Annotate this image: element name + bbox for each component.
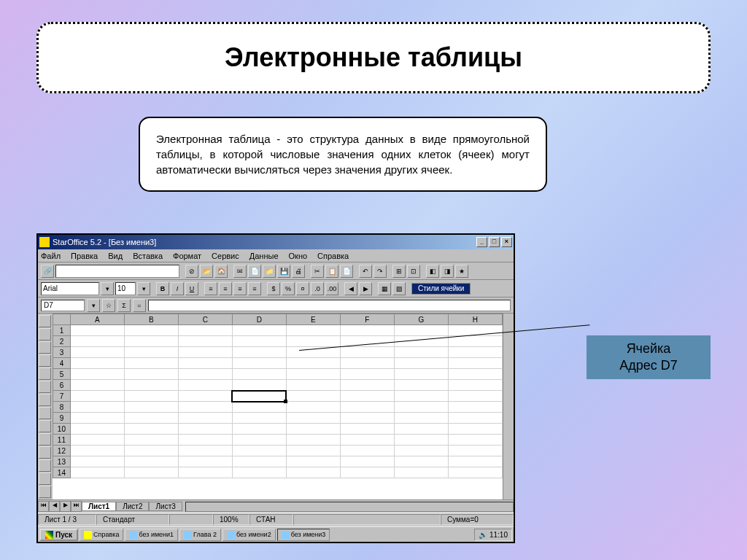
- tb-btn-4[interactable]: ✉: [233, 265, 247, 278]
- cell-styles-label[interactable]: Стили ячейки: [411, 283, 471, 295]
- task-doc4[interactable]: без имени3: [277, 529, 330, 541]
- col-header-D[interactable]: D: [232, 314, 286, 325]
- side-btn-13[interactable]: [39, 472, 51, 485]
- cell-reference[interactable]: D7: [41, 300, 85, 311]
- align-left-icon[interactable]: ≡: [204, 282, 217, 295]
- col-header-B[interactable]: B: [124, 314, 178, 325]
- row-header-10[interactable]: 10: [53, 424, 71, 435]
- system-tray[interactable]: 🔊11:10: [474, 529, 512, 541]
- menu-insert[interactable]: Вставка: [133, 252, 163, 260]
- side-btn-2[interactable]: [39, 328, 51, 341]
- side-btn-10[interactable]: [39, 433, 51, 446]
- align-center-icon[interactable]: ≡: [219, 282, 232, 295]
- tb-btn-5[interactable]: 📄: [248, 265, 261, 278]
- cut-icon[interactable]: ✂: [311, 265, 324, 278]
- close-button[interactable]: ×: [501, 237, 512, 247]
- vertical-scrollbar[interactable]: [503, 314, 514, 499]
- menu-help[interactable]: Справка: [317, 252, 349, 260]
- font-size-input[interactable]: [115, 282, 136, 295]
- side-btn-6[interactable]: [39, 381, 51, 393]
- side-btn-3[interactable]: [39, 341, 51, 354]
- row-header-5[interactable]: 5: [53, 369, 71, 380]
- print-icon[interactable]: 🖨: [292, 265, 305, 278]
- col-header-G[interactable]: G: [394, 314, 448, 325]
- italic-icon[interactable]: I: [171, 282, 184, 295]
- menu-format[interactable]: Формат: [173, 252, 201, 260]
- fill-icon[interactable]: ▨: [392, 282, 406, 295]
- tb-btn-16[interactable]: ◧: [426, 265, 439, 278]
- indent-dec-icon[interactable]: ◀: [344, 282, 357, 295]
- indent-inc-icon[interactable]: ▶: [359, 282, 372, 295]
- percent-icon[interactable]: %: [282, 282, 295, 295]
- fmt-btn-5[interactable]: .00: [325, 282, 338, 295]
- col-header-E[interactable]: E: [286, 314, 340, 325]
- border-icon[interactable]: ▦: [378, 282, 391, 295]
- row-header-13[interactable]: 13: [53, 456, 71, 467]
- fmt-btn-3[interactable]: ¤: [296, 282, 309, 295]
- horizontal-scrollbar[interactable]: [185, 502, 514, 512]
- task-doc3[interactable]: без имени2: [222, 529, 276, 541]
- row-header-14[interactable]: 14: [53, 467, 71, 478]
- menu-edit[interactable]: Правка: [71, 252, 98, 260]
- tab-nav-last[interactable]: ⏭: [71, 501, 82, 512]
- open-icon[interactable]: 📁: [263, 265, 276, 278]
- sheet-tab-1[interactable]: Лист1: [82, 502, 116, 511]
- side-btn-9[interactable]: [39, 420, 51, 432]
- home-icon[interactable]: 🏠: [214, 265, 228, 278]
- selected-cell-D7[interactable]: [232, 391, 286, 402]
- fmt-btn-4[interactable]: .0: [311, 282, 324, 295]
- side-btn-4[interactable]: [39, 354, 51, 367]
- row-header-12[interactable]: 12: [53, 446, 71, 456]
- task-doc1[interactable]: без имени1: [125, 529, 178, 541]
- row-header-3[interactable]: 3: [53, 347, 71, 358]
- tb-btn-15[interactable]: ⊡: [407, 265, 420, 278]
- menu-data[interactable]: Данные: [249, 252, 279, 260]
- menu-tools[interactable]: Сервис: [212, 252, 239, 260]
- maximize-button[interactable]: □: [489, 237, 500, 247]
- tb-btn-18[interactable]: ★: [455, 265, 468, 278]
- menu-view[interactable]: Вид: [108, 252, 123, 260]
- row-header-11[interactable]: 11: [53, 435, 71, 446]
- side-btn-14[interactable]: [39, 486, 51, 498]
- menu-file[interactable]: Файл: [41, 252, 61, 260]
- tab-nav-next[interactable]: ▶: [60, 501, 71, 512]
- col-header-C[interactable]: C: [178, 314, 232, 325]
- corner-cell[interactable]: [53, 314, 71, 325]
- sheet-tab-2[interactable]: Лист2: [116, 502, 149, 511]
- tab-nav-first[interactable]: ⏮: [38, 501, 49, 512]
- tb-btn-14[interactable]: ⊞: [392, 265, 406, 278]
- side-btn-8[interactable]: [39, 407, 51, 419]
- url-icon[interactable]: 🔗: [41, 265, 54, 278]
- equals-icon[interactable]: =: [133, 299, 146, 312]
- function-wizard-icon[interactable]: ☆: [102, 299, 115, 312]
- minimize-button[interactable]: _: [476, 237, 487, 247]
- row-header-4[interactable]: 4: [53, 358, 71, 369]
- tb-btn-2[interactable]: 📂: [200, 265, 213, 278]
- url-input[interactable]: [55, 265, 179, 278]
- sheet-tab-3[interactable]: Лист3: [149, 502, 182, 511]
- row-header-8[interactable]: 8: [53, 402, 71, 413]
- row-header-7[interactable]: 7: [53, 391, 71, 402]
- side-btn-7[interactable]: [39, 394, 51, 406]
- side-btn-1[interactable]: [39, 315, 51, 327]
- font-dropdown-icon[interactable]: ▾: [101, 282, 114, 295]
- row-header-6[interactable]: 6: [53, 380, 71, 391]
- side-btn-5[interactable]: [39, 368, 51, 380]
- copy-icon[interactable]: 📋: [325, 265, 338, 278]
- paste-icon[interactable]: 📄: [340, 265, 353, 278]
- col-header-H[interactable]: H: [448, 314, 502, 325]
- row-header-9[interactable]: 9: [53, 413, 71, 424]
- formula-input[interactable]: [148, 300, 511, 311]
- font-name-input[interactable]: [41, 282, 99, 295]
- undo-icon[interactable]: ↶: [359, 265, 372, 278]
- col-header-F[interactable]: F: [340, 314, 394, 325]
- side-btn-12[interactable]: [39, 459, 51, 472]
- currency-icon[interactable]: $: [267, 282, 280, 295]
- col-header-A[interactable]: A: [70, 314, 124, 325]
- row-header-1[interactable]: 1: [53, 325, 71, 336]
- tab-nav-prev[interactable]: ◀: [49, 501, 60, 512]
- task-doc2[interactable]: Глава 2: [179, 529, 221, 541]
- side-btn-11[interactable]: [39, 446, 51, 459]
- underline-icon[interactable]: U: [185, 282, 198, 295]
- align-justify-icon[interactable]: ≡: [248, 282, 261, 295]
